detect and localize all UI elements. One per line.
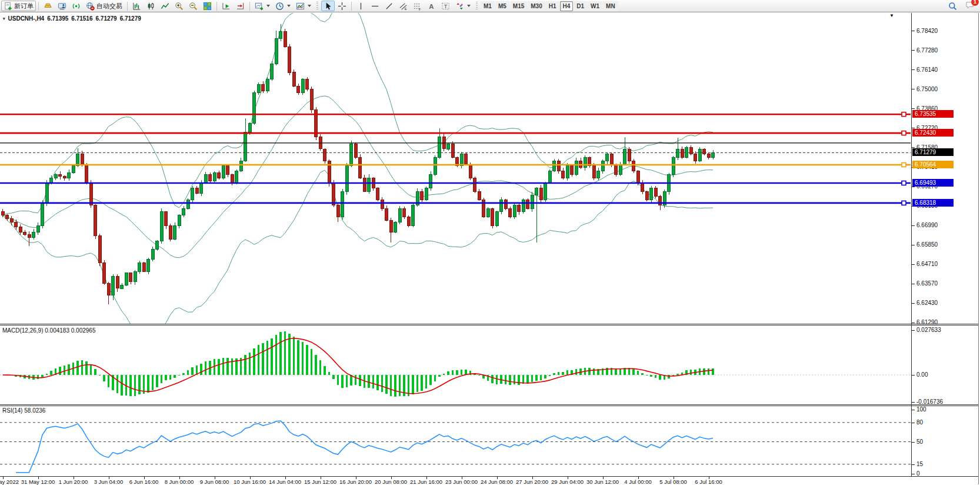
candle-body[interactable] xyxy=(266,79,269,91)
candle-body[interactable] xyxy=(628,149,631,161)
candle-body[interactable] xyxy=(381,200,384,208)
macd-pane[interactable] xyxy=(0,325,911,404)
candle-body[interactable] xyxy=(231,174,234,182)
candle-body[interactable] xyxy=(522,200,525,212)
candle-body[interactable] xyxy=(389,220,392,232)
candle-body[interactable] xyxy=(24,232,26,235)
candle-body[interactable] xyxy=(562,171,565,178)
candle-body[interactable] xyxy=(557,161,560,171)
bar-chart-button[interactable] xyxy=(130,1,144,11)
timeframe-m1[interactable]: M1 xyxy=(481,1,495,11)
price-level-handle[interactable] xyxy=(902,131,906,135)
text-button[interactable]: A xyxy=(425,1,438,11)
timeframe-m5[interactable]: M5 xyxy=(495,1,509,11)
text-label-button[interactable]: T xyxy=(439,1,452,11)
candle-body[interactable] xyxy=(186,200,189,208)
candle-body[interactable] xyxy=(610,154,613,164)
community-button[interactable] xyxy=(55,1,69,11)
channel-button[interactable]: E xyxy=(396,1,410,11)
candle-body[interactable] xyxy=(257,84,260,92)
candle-body[interactable] xyxy=(50,178,53,183)
candle-body[interactable] xyxy=(262,84,265,91)
candle-body[interactable] xyxy=(169,225,172,239)
candlestick-chart-button[interactable] xyxy=(144,1,158,11)
candle-body[interactable] xyxy=(597,171,600,178)
candle-body[interactable] xyxy=(195,188,198,193)
candle-body[interactable] xyxy=(59,174,62,176)
price-level-handle[interactable] xyxy=(902,163,906,167)
timeframe-h1[interactable]: H1 xyxy=(546,1,559,11)
candle-body[interactable] xyxy=(297,86,300,93)
candle-body[interactable] xyxy=(469,164,472,178)
candle-body[interactable] xyxy=(54,174,57,178)
candle-body[interactable] xyxy=(531,195,534,208)
tile-windows-button[interactable] xyxy=(201,1,214,11)
autotrading-button[interactable]: 自动交易 xyxy=(84,1,125,11)
candle-body[interactable] xyxy=(650,188,653,200)
candle-body[interactable] xyxy=(553,161,556,171)
candle-body[interactable] xyxy=(394,222,397,232)
candle-body[interactable] xyxy=(213,172,216,181)
candle-body[interactable] xyxy=(116,277,119,288)
search-button[interactable] xyxy=(946,1,959,11)
candle-body[interactable] xyxy=(571,166,574,174)
candle-body[interactable] xyxy=(526,200,529,208)
candle-body[interactable] xyxy=(606,154,609,161)
candle-body[interactable] xyxy=(363,178,366,191)
candle-body[interactable] xyxy=(407,217,410,225)
candle-body[interactable] xyxy=(248,124,251,132)
price-level-handle[interactable] xyxy=(902,201,906,205)
candle-body[interactable] xyxy=(359,157,362,178)
candle-body[interactable] xyxy=(681,149,684,157)
candle-body[interactable] xyxy=(636,171,639,183)
candle-body[interactable] xyxy=(539,188,542,200)
candle-body[interactable] xyxy=(151,250,154,260)
candle-body[interactable] xyxy=(368,178,371,191)
candle-body[interactable] xyxy=(121,285,124,288)
candle-body[interactable] xyxy=(19,227,22,232)
candle-body[interactable] xyxy=(81,154,84,164)
candle-body[interactable] xyxy=(619,164,622,174)
candle-body[interactable] xyxy=(398,208,401,222)
timeframe-d1[interactable]: D1 xyxy=(574,1,587,11)
candle-body[interactable] xyxy=(504,200,507,208)
candle-body[interactable] xyxy=(89,183,92,205)
candle-body[interactable] xyxy=(244,132,247,161)
price-level-handle[interactable] xyxy=(902,112,906,117)
candle-body[interactable] xyxy=(178,215,181,225)
candle-body[interactable] xyxy=(306,79,309,89)
candle-body[interactable] xyxy=(474,178,476,191)
fibonacci-button[interactable]: F xyxy=(411,1,424,11)
candle-body[interactable] xyxy=(429,174,432,188)
periods-button[interactable] xyxy=(273,1,293,11)
candle-body[interactable] xyxy=(138,263,141,271)
candle-body[interactable] xyxy=(495,212,498,225)
zoom-out-button[interactable] xyxy=(186,1,200,11)
chart-shift-marker[interactable]: ▼ xyxy=(889,14,894,18)
time-axis[interactable]: 30 May 202231 May 12:001 Jun 20:003 Jun … xyxy=(0,476,978,485)
candle-body[interactable] xyxy=(698,149,701,161)
candle-body[interactable] xyxy=(451,144,454,157)
candle-body[interactable] xyxy=(107,283,110,295)
candle-body[interactable] xyxy=(548,171,551,183)
candle-body[interactable] xyxy=(672,157,675,174)
candle-body[interactable] xyxy=(354,144,357,157)
candle-body[interactable] xyxy=(518,205,521,212)
symbol-collapse-icon[interactable]: ▾ xyxy=(3,16,5,21)
candle-body[interactable] xyxy=(535,188,538,195)
candle-body[interactable] xyxy=(707,154,710,158)
zoom-in-button[interactable] xyxy=(172,1,186,11)
candle-body[interactable] xyxy=(465,154,468,164)
candle-body[interactable] xyxy=(200,183,203,193)
candle-body[interactable] xyxy=(509,208,512,217)
candle-body[interactable] xyxy=(6,215,9,219)
candle-body[interactable] xyxy=(584,157,586,167)
toolbar-grip[interactable] xyxy=(316,2,318,11)
timeframe-m30[interactable]: M30 xyxy=(528,1,545,11)
candle-body[interactable] xyxy=(676,149,679,157)
candle-body[interactable] xyxy=(632,161,635,171)
candle-body[interactable] xyxy=(165,212,168,225)
timeframe-m15[interactable]: M15 xyxy=(510,1,527,11)
candle-body[interactable] xyxy=(271,64,274,79)
candle-body[interactable] xyxy=(15,222,18,227)
